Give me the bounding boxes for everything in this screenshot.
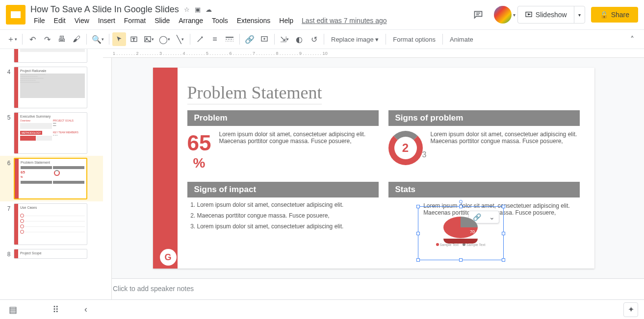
menu-extensions[interactable]: Extensions bbox=[233, 16, 274, 25]
animate-button[interactable]: Animate bbox=[446, 36, 477, 43]
move-icon[interactable]: ▣ bbox=[195, 6, 201, 13]
slide-g-badge: G bbox=[160, 249, 177, 266]
slideshow-label: Slideshow bbox=[536, 11, 567, 19]
star-icon[interactable]: ☆ bbox=[184, 6, 190, 13]
reset-image-button[interactable]: ↺ bbox=[307, 32, 321, 46]
textbox-tool[interactable]: T bbox=[127, 32, 141, 46]
collapse-panel-icon[interactable]: ‹ bbox=[81, 301, 90, 318]
section-head: Signs of impact bbox=[187, 182, 379, 197]
shape-tool[interactable]: ◯▾ bbox=[157, 32, 172, 46]
undo-button[interactable]: ↶ bbox=[26, 32, 39, 46]
line-tool[interactable]: ╲▾ bbox=[173, 32, 187, 46]
image-tool[interactable]: ▾ bbox=[142, 32, 156, 46]
redo-button[interactable]: ↷ bbox=[40, 32, 54, 46]
zoom-button[interactable]: 🔍▾ bbox=[90, 32, 106, 46]
resize-handle[interactable] bbox=[502, 205, 505, 208]
resize-handle[interactable] bbox=[459, 258, 463, 262]
resize-handle[interactable] bbox=[502, 258, 505, 262]
slide-title[interactable]: Problem Statement bbox=[187, 82, 322, 104]
pie-chart: 70 bbox=[443, 217, 478, 241]
menu-arrange[interactable]: Arrange bbox=[175, 16, 206, 25]
thumb-5[interactable]: Executive Summary Overview PROJECT GOALS… bbox=[14, 112, 87, 154]
problem-number: 65 % bbox=[187, 131, 211, 171]
toolbar: ＋▾ ↶ ↷ 🖶 🖌 🔍▾ T ▾ ◯▾ ╲▾ ≡ 🔗 ⇲▾ ◐ ↺ Repla… bbox=[0, 29, 644, 49]
resize-handle[interactable] bbox=[416, 232, 420, 235]
thumb-7[interactable]: Use Cases bbox=[14, 203, 87, 245]
menu-insert[interactable]: Insert bbox=[95, 16, 119, 25]
paint-format-button[interactable]: 🖌 bbox=[70, 32, 83, 46]
menu-view[interactable]: View bbox=[71, 16, 93, 25]
slide-accent-bar bbox=[153, 68, 178, 269]
slideshow-button[interactable]: Slideshow bbox=[518, 11, 574, 19]
collapse-toolbar-button[interactable]: ˄ bbox=[625, 32, 639, 46]
thumb-num: 8 bbox=[4, 249, 14, 259]
svg-text:T: T bbox=[132, 37, 135, 42]
link-button[interactable]: 🔗 bbox=[243, 32, 257, 46]
canvas-area: 1 . . . . . . . . 2 . . . . . . . . 3 . … bbox=[103, 49, 644, 319]
doc-title[interactable]: How To Save A Slide In Google Slides bbox=[30, 4, 179, 15]
thumb-3[interactable]: Document History bbox=[14, 49, 87, 63]
comment-button[interactable] bbox=[258, 32, 271, 46]
thumb-num: 7 bbox=[4, 203, 14, 245]
thumb-num: 5 bbox=[4, 112, 14, 154]
slides-app-icon[interactable] bbox=[6, 5, 26, 25]
menu-slide[interactable]: Slide bbox=[151, 16, 173, 25]
section-signs-impact: Signs of impact Lorem ipsum dolor sit am… bbox=[187, 182, 379, 246]
problem-text: Lorem ipsum dolor sit amet, consectetuer… bbox=[219, 131, 378, 171]
impact-list: Lorem ipsum dolor sit amet, consectetuer… bbox=[187, 197, 379, 238]
thumb-4[interactable]: Project Rationale━━━━━━━━━━━━━━━━━━━━━━━… bbox=[14, 67, 87, 108]
menu-file[interactable]: File bbox=[30, 16, 49, 25]
thumb-6[interactable]: Problem Statement 65% bbox=[14, 158, 87, 199]
filmstrip-view-icon[interactable]: ▤ bbox=[6, 301, 20, 318]
signs-problem-text: Lorem ipsum dolor sit amet, consectetuer… bbox=[431, 131, 580, 170]
thumb-num: 6 bbox=[4, 158, 14, 199]
replace-image-button[interactable]: Replace image ▾ bbox=[327, 36, 383, 43]
slide-panel[interactable]: Document History 4 Project Rationale━━━━… bbox=[0, 49, 103, 319]
section-head: Problem bbox=[187, 110, 379, 126]
mask-button[interactable]: ◐ bbox=[292, 32, 306, 46]
main: Document History 4 Project Rationale━━━━… bbox=[0, 49, 644, 319]
lock-icon: 🔒 bbox=[600, 11, 608, 19]
thumb-8[interactable]: Project Scope bbox=[14, 249, 87, 259]
share-button[interactable]: 🔒 Share bbox=[591, 7, 638, 23]
slide-canvas[interactable]: G Problem Statement Problem 65 % Lorem i… bbox=[153, 68, 594, 269]
cloud-icon[interactable]: ☁ bbox=[206, 6, 212, 13]
last-edit-link[interactable]: Last edit was 7 minutes ago bbox=[302, 17, 387, 25]
menu-help[interactable]: Help bbox=[276, 16, 297, 25]
resize-handle[interactable] bbox=[416, 205, 420, 208]
border-dash-button[interactable] bbox=[223, 32, 236, 46]
border-color-button[interactable] bbox=[193, 32, 207, 46]
chevron-down-icon[interactable]: ⌄ bbox=[485, 211, 499, 223]
section-signs-problem: Signs of problem 2 3 Lorem ipsum dolor s… bbox=[388, 110, 580, 176]
thumb-num: 4 bbox=[4, 67, 14, 108]
ruler-horizontal: 1 . . . . . . . . 2 . . . . . . . . 3 . … bbox=[103, 49, 644, 58]
select-tool[interactable] bbox=[112, 32, 126, 46]
section-head: Stats bbox=[388, 182, 580, 197]
resize-handle[interactable] bbox=[502, 232, 505, 235]
resize-handle[interactable] bbox=[416, 258, 420, 262]
slideshow-dropdown[interactable]: ▾ bbox=[574, 6, 585, 23]
pie-legend: Sample Text Sample Text bbox=[418, 243, 503, 246]
grid-view-icon[interactable]: ⠿ bbox=[50, 301, 62, 318]
border-weight-button[interactable]: ≡ bbox=[208, 32, 222, 46]
ruler-vertical bbox=[103, 58, 112, 319]
new-slide-button[interactable]: ＋▾ bbox=[5, 32, 19, 46]
selected-chart-object[interactable]: 🔗 ⌄ 70 Sample Text Sample Text bbox=[418, 206, 504, 260]
menu-tools[interactable]: Tools bbox=[208, 16, 232, 25]
rotate-handle[interactable] bbox=[459, 200, 463, 203]
explore-button[interactable]: ✦ bbox=[623, 302, 638, 317]
comments-icon[interactable] bbox=[468, 5, 488, 25]
print-button[interactable]: 🖶 bbox=[55, 32, 69, 46]
section-head: Signs of problem bbox=[388, 110, 580, 126]
section-problem: Problem 65 % Lorem ipsum dolor sit amet,… bbox=[187, 110, 379, 176]
resize-handle[interactable] bbox=[459, 205, 463, 208]
format-options-button[interactable]: Format options bbox=[389, 36, 439, 43]
meet-button[interactable]: ▾ bbox=[494, 6, 512, 24]
thumb-num bbox=[4, 53, 14, 63]
menu-edit[interactable]: Edit bbox=[51, 16, 69, 25]
menu-bar: File Edit View Insert Format Slide Arran… bbox=[30, 16, 468, 25]
menu-format[interactable]: Format bbox=[121, 16, 149, 25]
svg-marker-3 bbox=[528, 14, 530, 15]
crop-button[interactable]: ⇲▾ bbox=[278, 32, 291, 46]
header: How To Save A Slide In Google Slides ☆ ▣… bbox=[0, 0, 644, 29]
